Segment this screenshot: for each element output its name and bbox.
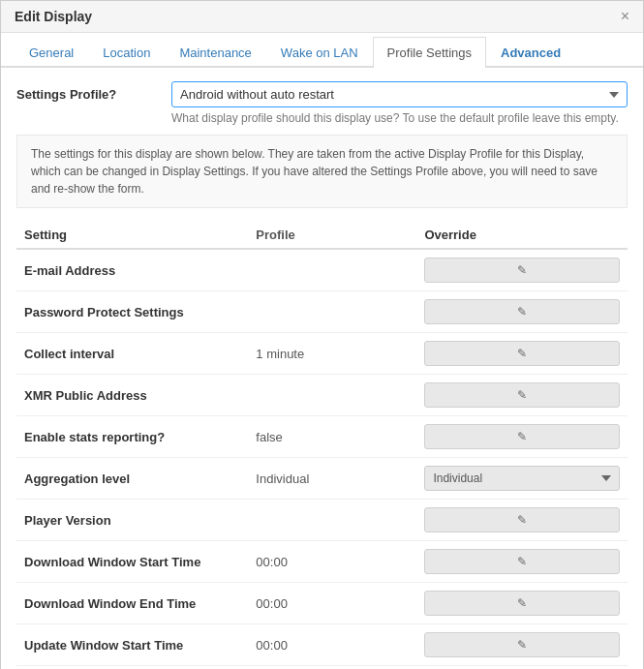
edit-icon: ✎ xyxy=(517,305,527,319)
modal-title: Edit Display xyxy=(15,9,92,24)
cell-setting: Player Version xyxy=(16,500,248,541)
cell-override[interactable]: ✎ xyxy=(416,500,628,541)
cell-setting: Update Window End Time xyxy=(16,666,248,670)
override-button[interactable]: ✎ xyxy=(424,424,620,449)
cell-profile: 1 minute xyxy=(248,333,416,375)
cell-override[interactable]: ✎ xyxy=(416,583,628,624)
cell-profile: 00:00 xyxy=(248,541,416,583)
override-button[interactable]: ✎ xyxy=(424,591,620,616)
cell-setting: E-mail Address xyxy=(16,249,248,291)
override-select[interactable]: Individual xyxy=(424,466,620,491)
override-button[interactable]: ✎ xyxy=(424,549,620,574)
table-row: E-mail Address✎ xyxy=(16,249,628,291)
cell-profile xyxy=(248,291,416,333)
tab-content: Settings Profile? Android without auto r… xyxy=(1,68,643,669)
edit-icon: ✎ xyxy=(517,513,527,527)
settings-profile-select[interactable]: Android without auto restart xyxy=(171,81,628,107)
cell-setting: Collect interval xyxy=(16,333,248,375)
override-button[interactable]: ✎ xyxy=(424,382,620,408)
cell-profile: 00:00 xyxy=(248,624,416,666)
settings-profile-row: Settings Profile? Android without auto r… xyxy=(16,81,628,125)
edit-display-modal: Edit Display × General Location Maintena… xyxy=(0,0,644,669)
cell-override[interactable]: ✎ xyxy=(416,624,628,666)
tab-profile-settings[interactable]: Profile Settings xyxy=(373,37,486,68)
cell-setting: XMR Public Address xyxy=(16,375,248,416)
cell-setting: Update Window Start Time xyxy=(16,624,248,666)
edit-icon: ✎ xyxy=(517,555,527,568)
table-header-row: Setting Profile Override xyxy=(16,222,628,249)
edit-icon: ✎ xyxy=(517,596,527,610)
cell-setting: Enable stats reporting? xyxy=(16,416,248,458)
override-button[interactable]: ✎ xyxy=(424,299,620,324)
cell-setting: Download Window Start Time xyxy=(16,541,248,583)
settings-profile-label: Settings Profile? xyxy=(16,81,171,102)
cell-override[interactable]: ✎ xyxy=(416,291,628,333)
edit-icon: ✎ xyxy=(517,263,527,277)
cell-setting: Download Window End Time xyxy=(16,583,248,624)
close-button[interactable]: × xyxy=(621,9,629,24)
cell-override[interactable]: ✎ xyxy=(416,666,628,670)
override-button[interactable]: ✎ xyxy=(424,258,620,283)
edit-icon: ✎ xyxy=(517,638,527,652)
cell-profile xyxy=(248,500,416,541)
cell-profile: Individual xyxy=(248,458,416,500)
edit-icon: ✎ xyxy=(517,430,527,443)
modal-header: Edit Display × xyxy=(1,1,643,33)
table-row: Player Version✎ xyxy=(16,500,628,541)
table-row: Download Window Start Time00:00✎ xyxy=(16,541,628,583)
col-header-profile: Profile xyxy=(248,222,416,249)
tab-maintenance[interactable]: Maintenance xyxy=(165,37,265,68)
table-row: Update Window Start Time00:00✎ xyxy=(16,624,628,666)
col-header-setting: Setting xyxy=(16,222,248,249)
table-row: Update Window End Time00:00✎ xyxy=(16,666,628,670)
cell-setting: Password Protect Settings xyxy=(16,291,248,333)
cell-profile xyxy=(248,249,416,291)
cell-profile: false xyxy=(248,416,416,458)
table-row: Download Window End Time00:00✎ xyxy=(16,583,628,624)
tab-location[interactable]: Location xyxy=(88,37,165,68)
cell-override[interactable]: ✎ xyxy=(416,333,628,375)
override-button[interactable]: ✎ xyxy=(424,632,620,657)
table-row: Aggregation levelIndividualIndividual xyxy=(16,458,628,500)
tab-wake-on-lan[interactable]: Wake on LAN xyxy=(266,37,373,68)
cell-override[interactable]: Individual xyxy=(416,458,628,500)
cell-override[interactable]: ✎ xyxy=(416,416,628,458)
table-row: Password Protect Settings✎ xyxy=(16,291,628,333)
cell-profile: 00:00 xyxy=(248,583,416,624)
table-row: XMR Public Address✎ xyxy=(16,375,628,416)
tab-general[interactable]: General xyxy=(15,37,88,68)
settings-table: Setting Profile Override E-mail Address✎… xyxy=(16,222,628,669)
cell-override[interactable]: ✎ xyxy=(416,249,628,291)
cell-setting: Aggregation level xyxy=(16,458,248,500)
override-button[interactable]: ✎ xyxy=(424,507,620,532)
edit-icon: ✎ xyxy=(517,347,527,360)
cell-override[interactable]: ✎ xyxy=(416,375,628,416)
col-header-override: Override xyxy=(416,222,628,249)
table-row: Collect interval1 minute✎ xyxy=(16,333,628,375)
cell-profile: 00:00 xyxy=(248,666,416,670)
tab-bar: General Location Maintenance Wake on LAN… xyxy=(1,37,643,68)
settings-profile-control: Android without auto restart What displa… xyxy=(171,81,628,125)
edit-icon: ✎ xyxy=(517,388,527,402)
cell-profile xyxy=(248,375,416,416)
tab-advanced[interactable]: Advanced xyxy=(486,37,575,68)
table-row: Enable stats reporting?false✎ xyxy=(16,416,628,458)
settings-profile-hint: What display profile should this display… xyxy=(171,111,628,125)
override-button[interactable]: ✎ xyxy=(424,341,620,366)
cell-override[interactable]: ✎ xyxy=(416,541,628,583)
info-box: The settings for this display are shown … xyxy=(16,135,628,208)
